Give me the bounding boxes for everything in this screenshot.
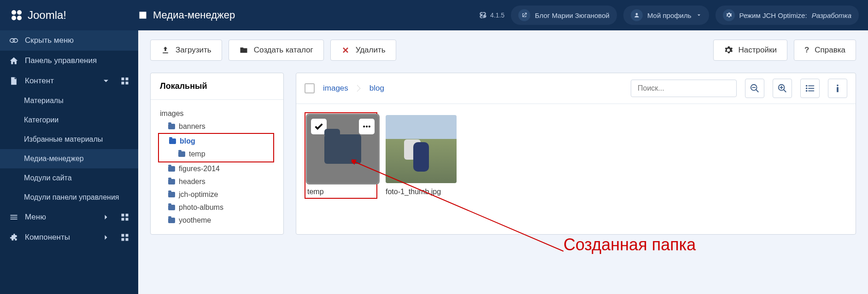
- user-icon: [631, 9, 643, 21]
- svg-rect-24: [808, 88, 814, 89]
- mode-button[interactable]: Режим JCH Optimize: Разработка: [716, 6, 859, 25]
- breadcrumb-images[interactable]: images: [323, 84, 348, 93]
- svg-rect-28: [837, 87, 839, 92]
- svg-point-1: [17, 10, 22, 15]
- sidebar: Скрыть меню Панель управления Контент Ма…: [0, 30, 138, 294]
- browser-toolbar: images blog: [296, 73, 856, 104]
- sidebar-item-label: Панель управления: [25, 56, 97, 65]
- folder-icon: [168, 166, 175, 172]
- svg-point-3: [17, 16, 22, 20]
- app-header: Joomla! Медиа-менеджер 4.1.5 Блог Марии …: [0, 0, 868, 30]
- sidebar-subitem-site-modules[interactable]: Модули сайта: [0, 168, 138, 188]
- grid-icon[interactable]: [121, 233, 129, 242]
- sidebar-subitem-materials[interactable]: Материалы: [0, 91, 138, 110]
- blog-button[interactable]: Блог Марии Зюгановой: [511, 6, 617, 25]
- sidebar-subitem-admin-modules[interactable]: Модули панели управления: [0, 188, 138, 207]
- grid-icon[interactable]: [121, 77, 129, 85]
- grid-icon[interactable]: [121, 213, 129, 221]
- file-icon: [9, 76, 18, 86]
- gear-icon: [723, 9, 735, 21]
- tree-root[interactable]: images: [160, 107, 274, 120]
- svg-rect-16: [126, 234, 129, 237]
- image-icon: [138, 11, 147, 20]
- folder-icon: [168, 124, 175, 129]
- breadcrumb-separator: [357, 85, 361, 92]
- content-area: Локальный images banners blog temp figur…: [150, 73, 856, 235]
- image-thumb-foto1[interactable]: foto-1_thumb.jpg: [386, 115, 457, 196]
- settings-button[interactable]: Настройки: [713, 40, 787, 61]
- svg-point-2: [12, 16, 16, 20]
- svg-point-4: [636, 13, 638, 15]
- create-folder-button-label: Создать каталог: [254, 46, 313, 55]
- tree-item-photo-albums[interactable]: photo-albums: [160, 201, 274, 214]
- tree-item-temp[interactable]: temp: [161, 148, 271, 161]
- help-icon: ?: [804, 46, 809, 55]
- delete-icon: [341, 46, 350, 55]
- logo-text: Joomla!: [28, 9, 66, 22]
- svg-point-6: [13, 39, 18, 42]
- tree-item-banners[interactable]: banners: [160, 120, 274, 133]
- sidebar-toggle[interactable]: Скрыть меню: [0, 30, 138, 51]
- folder-icon: [168, 205, 175, 210]
- upload-icon: [161, 46, 170, 55]
- tree-item-figures[interactable]: figures-2014: [160, 162, 274, 175]
- create-folder-button[interactable]: Создать каталог: [229, 40, 324, 61]
- search-input[interactable]: [631, 80, 737, 97]
- select-all-checkbox[interactable]: [305, 83, 315, 93]
- sidebar-subitem-categories[interactable]: Категории: [0, 110, 138, 130]
- sidebar-subitem-featured[interactable]: Избранные материалы: [0, 130, 138, 149]
- svg-rect-22: [808, 86, 814, 86]
- tree-item-jch[interactable]: jch-optimize: [160, 188, 274, 201]
- breadcrumb-blog[interactable]: blog: [369, 84, 384, 93]
- svg-rect-17: [122, 238, 124, 241]
- svg-point-21: [806, 85, 808, 87]
- sidebar-item-components[interactable]: Компоненты: [0, 227, 138, 248]
- sidebar-subitem-media[interactable]: Медиа-менеджер: [0, 149, 138, 168]
- page-title: Медиа-менеджер: [138, 9, 235, 21]
- sidebar-item-label: Компоненты: [25, 233, 70, 242]
- blog-button-label: Блог Марии Зюгановой: [535, 12, 610, 19]
- sidebar-item-content[interactable]: Контент: [0, 71, 138, 91]
- info-button[interactable]: [828, 79, 847, 98]
- header-right: 4.1.5 Блог Марии Зюгановой Мой профиль Р…: [478, 6, 859, 25]
- svg-rect-14: [126, 218, 129, 221]
- svg-rect-18: [126, 238, 129, 241]
- thumbnails: temp foto-1_thumb.jpg Созданная папка: [296, 104, 856, 207]
- zoom-out-button[interactable]: [745, 79, 764, 98]
- annotation-text: Созданная папка: [563, 235, 696, 254]
- tree-item-yootheme[interactable]: yootheme: [160, 214, 274, 227]
- zoom-in-button[interactable]: [773, 79, 792, 98]
- svg-rect-13: [122, 218, 124, 221]
- list-icon: [9, 213, 18, 222]
- puzzle-icon: [9, 233, 18, 242]
- folder-icon: [178, 151, 185, 157]
- logo[interactable]: Joomla!: [9, 8, 138, 23]
- tree-item-blog[interactable]: blog: [161, 135, 271, 148]
- folder-thumb-temp[interactable]: temp: [305, 113, 376, 198]
- sidebar-item-dashboard[interactable]: Панель управления: [0, 51, 138, 71]
- folder-icon: [168, 179, 175, 184]
- tree-item-headers[interactable]: headers: [160, 175, 274, 188]
- profile-button[interactable]: Мой профиль: [623, 6, 709, 25]
- file-browser: images blog temp: [296, 73, 856, 235]
- svg-point-29: [363, 126, 365, 127]
- folder-icon: [239, 46, 248, 55]
- list-view-button[interactable]: [800, 79, 820, 98]
- svg-point-25: [806, 90, 808, 92]
- upload-button[interactable]: Загрузить: [150, 40, 222, 61]
- chevron-right-icon: [101, 233, 111, 242]
- sidebar-item-menu[interactable]: Меню: [0, 207, 138, 227]
- folder-tree: Локальный images banners blog temp figur…: [150, 73, 284, 235]
- thumb-label: temp: [307, 188, 375, 196]
- help-button[interactable]: ? Справка: [794, 40, 856, 61]
- settings-button-label: Настройки: [739, 46, 777, 55]
- sidebar-item-label: Меню: [25, 213, 46, 222]
- more-icon[interactable]: [359, 119, 375, 134]
- svg-point-23: [806, 87, 808, 89]
- svg-rect-11: [122, 214, 124, 217]
- chevron-right-icon: [101, 213, 111, 222]
- delete-button[interactable]: Удалить: [330, 40, 396, 61]
- svg-rect-10: [126, 82, 129, 85]
- delete-button-label: Удалить: [356, 46, 386, 55]
- chevron-down-icon: [101, 76, 111, 86]
